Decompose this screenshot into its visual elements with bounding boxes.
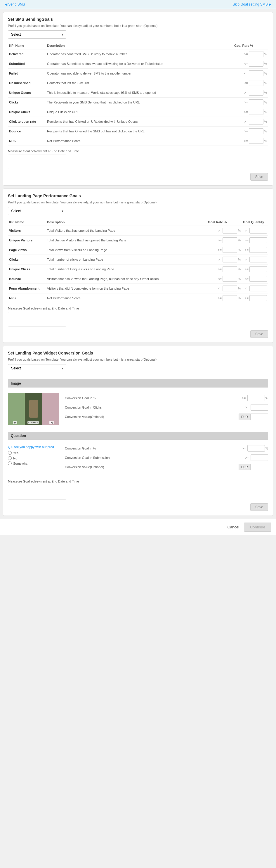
sms-rate-input-5[interactable] [249,99,264,105]
lp-kpi-rate-1: >= % [207,236,242,245]
wc-template-select-wrapper: Select ▼ [8,364,66,372]
lp-rate-input-5[interactable] [222,276,237,282]
lp-kpi-rate-0: >= % [207,226,242,236]
lp-rate-input-0[interactable] [222,228,237,234]
lp-qty-input-1[interactable] [249,237,267,243]
wc-measure-label: Meassure Goal achievment at End Date and… [8,479,268,483]
lp-qty-input-6[interactable] [249,285,267,291]
lp-rate-input-4[interactable] [222,266,237,272]
question-options-panel: Q1. Are you happy with our prod Yes No S… [8,445,59,467]
wc-save-button[interactable]: Save [250,503,268,511]
question-content-row: Q1. Are you happy with our prod Yes No S… [8,445,268,473]
lp-op1-3: >= [218,258,222,261]
sms-save-button[interactable]: Save [250,173,268,181]
sms-rate-input-1[interactable] [249,61,264,67]
image-conv-clicks-op: >= [245,406,249,409]
continue-button[interactable]: Continue [244,523,271,532]
lp-kpi-qty-4: >= [242,265,268,274]
cancel-button[interactable]: Cancel [227,525,239,529]
lp-qty-input-4[interactable] [249,266,267,272]
question-conv-pct-op: >= [242,446,246,450]
question-option-somewhat-label: Somewhat [13,462,28,465]
sms-measure-input[interactable] [8,155,66,169]
sms-kpi-desc-5: The Recipients in your SMS Sending that … [46,98,233,107]
sms-rate-input-6[interactable] [249,109,264,115]
lp-pct-0: % [238,229,241,232]
question-radio-somewhat[interactable] [8,462,12,465]
image-conv-pct-op: >= [242,396,246,400]
sms-op-4: >= [244,91,248,94]
sms-rate-input-3[interactable] [249,80,264,86]
lp-op2-3: >= [245,258,248,261]
lp-section-subtitle: Prefill you goals based on Template. You… [8,200,268,204]
lp-qty-input-0[interactable] [249,228,267,234]
question-conv-pct-label: Conversion Goal in % [65,446,240,450]
question-group-row: Q1. Are you happy with our prod Yes No S… [8,442,268,476]
lp-qty-input-7[interactable] [249,295,267,301]
image-group-header: Image [8,379,268,388]
lp-template-select[interactable]: Select [8,207,66,215]
lp-qty-input-2[interactable] [249,247,267,253]
image-conv-clicks-input[interactable] [251,404,268,411]
image-pct-symbol: % [266,397,268,400]
lp-rate-input-3[interactable] [222,257,237,262]
image-conv-pct-input[interactable] [247,395,265,401]
question-conv-fields: Conversion Goal in % >= % Conversion Goa… [59,445,268,473]
wc-measure-input[interactable] [8,485,66,499]
question-currency-label: EUR [239,464,251,470]
lp-rate-input-7[interactable] [222,295,237,301]
lp-save-button[interactable]: Save [250,330,268,338]
question-radio-yes[interactable] [8,451,12,455]
lp-qty-input-5[interactable] [249,276,267,282]
lp-kpi-desc-1: Total Unique Visitors that has opened th… [46,236,207,245]
lp-kpi-desc-0: Total Visitors that has opened the Landi… [46,226,207,236]
lp-save-row: Save [8,330,268,338]
lp-pct-1: % [238,239,241,242]
lp-rate-input-6[interactable] [222,285,237,291]
skip-goal-link[interactable]: Skip Goal setting SMS ▶ [233,2,271,6]
question-conv-value-input[interactable] [251,464,268,470]
landing-page-section: Set Landing Page Performance Goals Prefi… [3,188,273,343]
sms-kpi-desc-6: Unique Clicks on URL [46,107,233,117]
question-conv-submission-input[interactable] [251,455,268,461]
sms-op-0: >= [244,52,248,56]
question-option-yes: Yes [8,451,59,455]
sms-rate-input-8[interactable] [249,128,264,134]
lp-qty-input-3[interactable] [249,257,267,262]
sms-rate-input-9[interactable] [249,138,264,144]
lp-op1-6: <= [218,287,222,290]
lp-kpi-name-4: Unique Clicks [8,265,46,274]
sms-rate-input-2[interactable] [249,70,264,76]
lp-template-select-wrapper: Select ▼ [8,207,66,215]
sms-rate-input-0[interactable] [249,51,264,57]
lp-op1-2: >= [218,248,222,252]
table-row: Submitted Operator has Submitted status,… [8,59,268,69]
lp-op1-5: <= [218,277,222,281]
sms-kpi-name-7: Click to open rate [8,117,46,127]
sms-pct-9: % [264,140,267,143]
lp-section-title: Set Landing Page Performance Goals [8,193,268,198]
sms-th-desc: Description [46,42,233,50]
lp-measure-input[interactable] [8,312,66,327]
send-sms-link[interactable]: ◀ Send SMS [5,2,25,6]
sms-rate-input-7[interactable] [249,119,264,124]
sms-rate-input-4[interactable] [249,90,264,96]
lp-rate-input-2[interactable] [222,247,237,253]
image-conv-value-input[interactable] [251,413,268,420]
lp-kpi-name-3: Clicks [8,255,46,265]
question-radio-no[interactable] [8,456,12,460]
wc-measure-section: Meassure Goal achievment at End Date and… [8,479,268,500]
sms-kpi-name-1: Submitted [8,59,46,69]
wc-template-select[interactable]: Select [8,364,66,372]
lp-rate-input-1[interactable] [222,237,237,243]
sms-kpi-desc-2: Operator was not able to deliver SMS to … [46,69,233,78]
image-conv-value-label: Conversion Value(Optional) [65,415,239,418]
table-row: Clicks The Recipients in your SMS Sendin… [8,98,268,107]
img-tag-2: Cosmetics [28,421,39,424]
question-conv-pct-input[interactable] [247,445,265,452]
sms-kpi-rate-2: <= % [233,69,268,78]
lp-kpi-desc-3: Total number of clicks on Landing Page [46,255,207,265]
sms-kpi-name-8: Bounce [8,127,46,136]
sms-template-select[interactable]: Select [8,30,66,38]
image-conv-clicks-row: Conversion Goal in Clicks >= [65,404,268,411]
